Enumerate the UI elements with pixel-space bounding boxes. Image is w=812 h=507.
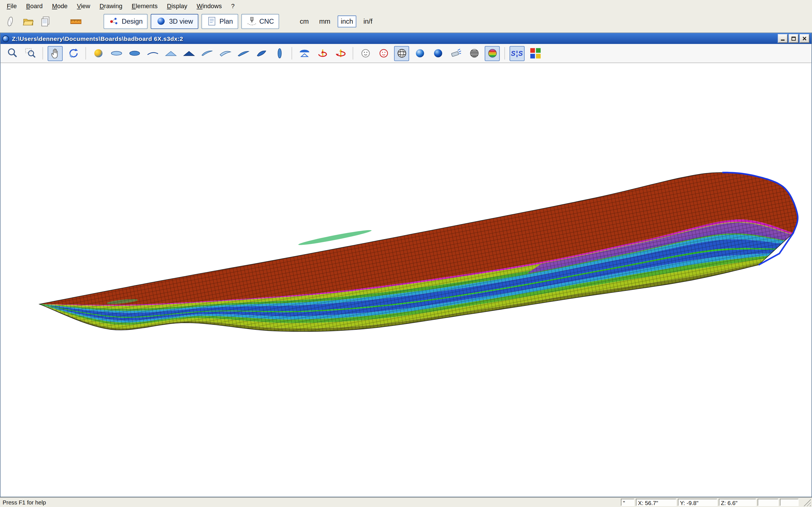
color-swatch-green (536, 48, 541, 53)
wireframe-sphere-icon[interactable] (394, 46, 409, 61)
main-toolbar: Design 3D view Plan CNC cm mm inch in/f (0, 12, 812, 30)
mode-design-label: Design (122, 17, 143, 25)
resize-grip[interactable] (803, 499, 811, 506)
view-toolbar: S¦S (1, 44, 811, 63)
color-swatch-blue (530, 54, 535, 59)
mode-plan-button[interactable]: Plan (201, 14, 238, 29)
unit-cm[interactable]: cm (297, 15, 312, 27)
3d-viewport[interactable] (1, 63, 811, 497)
sanding-tool-icon[interactable] (449, 46, 463, 61)
status-fields: " X: 56.7" Y: -9.8" Z: 6.6" (621, 499, 811, 506)
front-view-filled-icon[interactable] (181, 46, 196, 61)
maximize-button[interactable] (789, 34, 799, 43)
unit-inf[interactable]: in/f (360, 15, 375, 27)
menu-board[interactable]: Board (21, 1, 47, 11)
window-controls (778, 34, 810, 43)
menu-bar: File Board Mode View Drawing Elements Di… (0, 0, 812, 12)
status-y-field: Y: -9.8" (678, 499, 717, 506)
top-view-filled-icon[interactable] (127, 46, 142, 61)
mode-design-button[interactable]: Design (103, 14, 148, 29)
toolbar-separator (504, 47, 505, 59)
rotate-x-icon[interactable] (315, 46, 330, 61)
menu-windows[interactable]: Windows (192, 1, 226, 11)
ruler-icon[interactable] (68, 14, 83, 29)
mode-plan-label: Plan (219, 17, 233, 25)
status-x-field: X: 56.7" (636, 499, 676, 506)
flip-view-icon[interactable] (297, 46, 312, 61)
status-empty-field-1 (758, 499, 778, 506)
document-titlebar[interactable]: Z:\Users\dennery\Documents\Boards\badboa… (1, 33, 811, 44)
zoom-window-icon[interactable] (23, 46, 38, 61)
toolbar-separator (86, 47, 86, 59)
menu-view[interactable]: View (72, 1, 95, 11)
front-view-icon[interactable] (163, 46, 178, 61)
status-z-field: Z: 6.6" (719, 499, 756, 506)
menu-help[interactable]: ? (226, 1, 239, 11)
pan-icon[interactable] (48, 46, 63, 61)
menu-mode[interactable]: Mode (47, 1, 72, 11)
toolbar-separator (292, 47, 292, 59)
new-board-icon[interactable] (3, 14, 17, 29)
document-icon (2, 35, 9, 42)
perspective-view-2-icon[interactable] (217, 46, 232, 61)
shaded-sphere-icon[interactable] (91, 46, 105, 61)
stringer-display-icon[interactable]: S¦S (509, 46, 524, 61)
toolbar-separator (353, 47, 353, 59)
sphere-outline-red-icon[interactable] (376, 46, 391, 61)
toolbar-separator (43, 47, 43, 59)
rocker-view-icon[interactable] (145, 46, 160, 61)
top-view-icon[interactable] (109, 46, 124, 61)
perspective-view-1-icon[interactable] (199, 46, 214, 61)
menu-file[interactable]: File (2, 1, 21, 11)
shaded-sphere-blue2-icon[interactable] (430, 46, 445, 61)
side-profile-icon[interactable] (272, 46, 287, 61)
color-swatch-red (530, 48, 535, 53)
zoom-icon[interactable] (5, 46, 20, 61)
document-window: Z:\Users\dennery\Documents\Boards\badboa… (0, 33, 812, 497)
shaded-sphere-blue-icon[interactable] (412, 46, 427, 61)
menu-display[interactable]: Display (162, 1, 192, 11)
color-swatch-yellow (536, 54, 541, 59)
curvature-sphere-icon[interactable] (485, 46, 500, 61)
application: File Board Mode View Drawing Elements Di… (0, 0, 812, 507)
menu-drawing[interactable]: Drawing (95, 1, 127, 11)
unit-inch[interactable]: inch (338, 15, 356, 27)
unit-mm[interactable]: mm (316, 15, 334, 27)
status-empty-field-2 (780, 499, 799, 506)
rotate-y-icon[interactable] (333, 46, 348, 61)
mode-3dview-button[interactable]: 3D view (151, 14, 198, 29)
mode-cnc-button[interactable]: CNC (241, 14, 279, 29)
close-button[interactable] (800, 34, 809, 43)
rotate-view-icon[interactable] (66, 46, 81, 61)
unit-selector: cm mm inch in/f (297, 15, 375, 27)
color-grid-icon[interactable] (528, 46, 543, 61)
perspective-view-3-icon[interactable] (236, 46, 251, 61)
status-bar: Press F1 for help " X: 56.7" Y: -9.8" Z:… (0, 497, 812, 507)
open-folder-icon[interactable] (20, 14, 35, 29)
surfboard-3d-render (1, 63, 811, 497)
mode-cnc-label: CNC (259, 17, 274, 25)
mode-3dview-label: 3D view (169, 17, 193, 25)
status-help-text: Press F1 for help (3, 499, 46, 505)
status-unit-field: " (621, 499, 635, 506)
contour-sphere-icon[interactable] (467, 46, 481, 61)
perspective-view-4-icon[interactable] (254, 46, 269, 61)
sphere-outline-icon[interactable] (358, 46, 373, 61)
stringer-display-label: S¦S (511, 49, 523, 57)
minimize-button[interactable] (778, 34, 788, 43)
menu-elements[interactable]: Elements (127, 1, 162, 11)
document-title: Z:\Users\dennery\Documents\Boards\badboa… (12, 36, 183, 42)
copy-icon[interactable] (38, 14, 53, 29)
